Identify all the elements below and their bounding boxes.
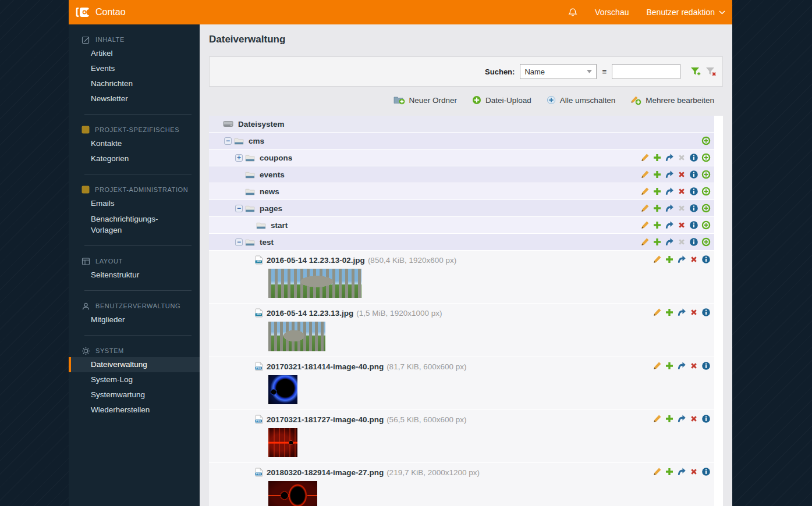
sidebar-item-systemwartung[interactable]: Systemwartung bbox=[69, 387, 200, 402]
info-icon[interactable] bbox=[689, 170, 698, 179]
edit-icon[interactable] bbox=[653, 361, 662, 370]
edit-icon[interactable] bbox=[653, 308, 662, 317]
info-icon[interactable] bbox=[701, 361, 711, 370]
file-upload-button[interactable]: Datei-Upload bbox=[472, 95, 531, 105]
folder-name[interactable]: test bbox=[260, 238, 274, 247]
move-icon[interactable] bbox=[665, 204, 674, 213]
sidebar-item-events[interactable]: Events bbox=[69, 61, 200, 76]
sidebar-item-seitenstruktur[interactable]: Seitenstruktur bbox=[69, 268, 200, 283]
search-field-select[interactable]: Name bbox=[520, 64, 597, 79]
sidebar-item-mitglieder[interactable]: Mitglieder bbox=[69, 312, 200, 327]
move-icon[interactable] bbox=[677, 361, 686, 370]
file-thumbnail-church-ruins[interactable] bbox=[268, 322, 325, 351]
delete-icon[interactable] bbox=[677, 187, 686, 196]
edit-icon[interactable] bbox=[653, 467, 662, 476]
move-icon[interactable] bbox=[677, 467, 686, 476]
sidebar-item-kategorien[interactable]: Kategorien bbox=[69, 151, 200, 166]
funnel-plus-icon[interactable] bbox=[690, 67, 701, 77]
collapse-toggle[interactable]: − bbox=[235, 205, 243, 212]
sidebar-item-nachrichten[interactable]: Nachrichten bbox=[69, 76, 200, 91]
sidebar-item-dateiverwaltung[interactable]: Dateiverwaltung bbox=[69, 357, 200, 372]
edit-icon[interactable] bbox=[653, 414, 662, 423]
copy-icon[interactable] bbox=[653, 153, 662, 162]
move-icon[interactable] bbox=[665, 237, 674, 247]
paste-into-icon[interactable] bbox=[701, 220, 711, 230]
edit-icon[interactable] bbox=[640, 187, 650, 196]
move-icon[interactable] bbox=[665, 170, 674, 179]
edit-icon[interactable] bbox=[640, 220, 650, 230]
edit-icon[interactable] bbox=[640, 204, 650, 213]
edit-icon[interactable] bbox=[640, 237, 650, 247]
funnel-reset-icon[interactable] bbox=[705, 67, 717, 77]
paste-into-icon[interactable] bbox=[701, 136, 711, 145]
info-icon[interactable] bbox=[689, 153, 698, 162]
paste-into-icon[interactable] bbox=[701, 170, 711, 179]
delete-icon[interactable] bbox=[689, 361, 698, 370]
sidebar-item-emails[interactable]: Emails bbox=[69, 196, 200, 211]
paste-into-icon[interactable] bbox=[701, 187, 711, 196]
file-name[interactable]: 20180320-182914-image-27.png bbox=[267, 468, 384, 477]
paste-into-icon[interactable] bbox=[701, 237, 711, 247]
delete-icon[interactable] bbox=[677, 220, 686, 230]
toggle-all-button[interactable]: Alle umschalten bbox=[547, 95, 615, 105]
info-icon[interactable] bbox=[701, 255, 711, 264]
paste-into-icon[interactable] bbox=[701, 204, 711, 213]
edit-icon[interactable] bbox=[653, 255, 662, 264]
file-name[interactable]: 2016-05-14 12.23.13-02.jpg bbox=[267, 256, 365, 265]
move-icon[interactable] bbox=[665, 220, 674, 230]
info-icon[interactable] bbox=[689, 237, 698, 247]
move-icon[interactable] bbox=[665, 153, 674, 162]
info-icon[interactable] bbox=[701, 308, 711, 317]
notifications-bell-icon[interactable] bbox=[568, 8, 577, 17]
file-thumbnail-fractal-red[interactable] bbox=[268, 428, 297, 457]
edit-icon[interactable] bbox=[640, 170, 650, 179]
folder-name[interactable]: events bbox=[260, 170, 285, 179]
folder-name[interactable]: cms bbox=[249, 137, 264, 145]
edit-multiple-button[interactable]: Mehrere bearbeiten bbox=[630, 95, 714, 105]
collapse-toggle[interactable]: − bbox=[224, 137, 232, 145]
info-icon[interactable] bbox=[701, 414, 711, 423]
user-menu[interactable]: Benutzer redaktion bbox=[646, 8, 725, 17]
file-name[interactable]: 2016-05-14 12.23.13.jpg bbox=[267, 309, 353, 318]
move-icon[interactable] bbox=[677, 255, 686, 264]
copy-icon[interactable] bbox=[665, 308, 674, 317]
file-thumbnail-fractal-blue[interactable] bbox=[268, 375, 297, 404]
folder-name[interactable]: coupons bbox=[260, 154, 292, 162]
delete-icon[interactable] bbox=[677, 170, 686, 179]
expand-toggle[interactable]: + bbox=[235, 154, 243, 162]
delete-icon[interactable] bbox=[689, 308, 698, 317]
delete-icon[interactable] bbox=[689, 255, 698, 264]
sidebar-item-kontakte[interactable]: Kontakte bbox=[69, 136, 200, 151]
sidebar-item-wiederherstellen[interactable]: Wiederherstellen bbox=[69, 402, 200, 418]
info-icon[interactable] bbox=[689, 204, 698, 213]
copy-icon[interactable] bbox=[665, 255, 674, 264]
folder-name[interactable]: news bbox=[260, 187, 279, 196]
file-thumbnail-church-ruins-wide[interactable] bbox=[268, 269, 361, 298]
search-input[interactable] bbox=[612, 64, 680, 79]
copy-icon[interactable] bbox=[665, 414, 674, 423]
move-icon[interactable] bbox=[665, 187, 674, 196]
file-thumbnail-mandelbrot-red[interactable] bbox=[268, 481, 317, 506]
copy-icon[interactable] bbox=[653, 170, 662, 179]
move-icon[interactable] bbox=[677, 308, 686, 317]
sidebar-item-system-log[interactable]: System-Log bbox=[69, 372, 200, 387]
file-name[interactable]: 20170321-181414-image-40.png bbox=[267, 362, 384, 371]
sidebar-item-newsletter[interactable]: Newsletter bbox=[69, 91, 200, 106]
new-folder-button[interactable]: Neuer Ordner bbox=[393, 95, 458, 105]
copy-icon[interactable] bbox=[665, 467, 674, 476]
file-name[interactable]: 20170321-181727-image-40.png bbox=[267, 415, 384, 424]
sidebar-item-benachrichtigungs-vorlagen[interactable]: Benachrichtigungs-Vorlagen bbox=[69, 211, 182, 238]
info-icon[interactable] bbox=[689, 187, 698, 196]
folder-name[interactable]: pages bbox=[260, 204, 282, 213]
delete-icon[interactable] bbox=[689, 467, 698, 476]
copy-icon[interactable] bbox=[653, 204, 662, 213]
edit-icon[interactable] bbox=[640, 153, 650, 162]
info-icon[interactable] bbox=[701, 467, 711, 476]
delete-icon[interactable] bbox=[689, 414, 698, 423]
copy-icon[interactable] bbox=[653, 187, 662, 196]
sidebar-item-artikel[interactable]: Artikel bbox=[69, 46, 200, 61]
info-icon[interactable] bbox=[689, 220, 698, 230]
contao-logo[interactable]: Contao bbox=[75, 6, 126, 19]
paste-into-icon[interactable] bbox=[701, 153, 711, 162]
move-icon[interactable] bbox=[677, 414, 686, 423]
